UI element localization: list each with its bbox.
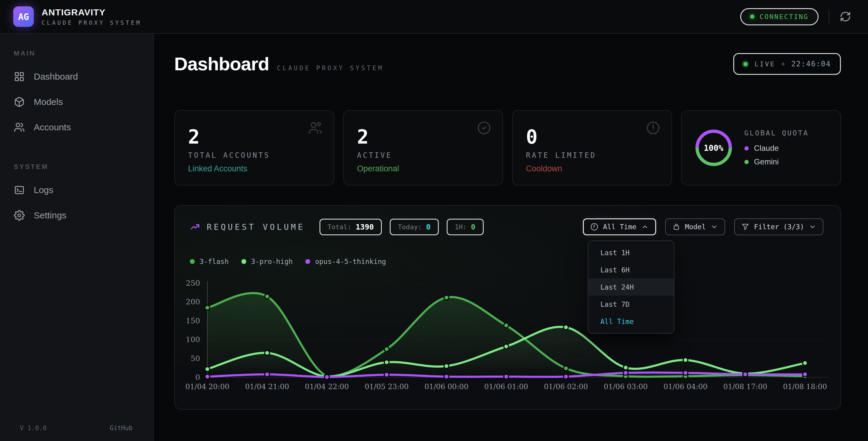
svg-text:150: 150 <box>186 317 200 325</box>
stat-value: 2 <box>188 126 320 148</box>
svg-text:01/04 20:00: 01/04 20:00 <box>185 382 229 391</box>
sidebar-item-logs[interactable]: Logs <box>14 179 147 201</box>
main-content: Dashboard CLAUDE PROXY SYSTEM LIVE 22:46… <box>154 34 868 441</box>
stat-value: 0 <box>526 126 658 148</box>
alert-circle-icon <box>646 121 660 135</box>
time-range-button[interactable]: All Time <box>583 218 656 235</box>
live-dot-icon <box>743 62 748 66</box>
model-filter-button[interactable]: Model <box>665 218 725 235</box>
app-name: ANTIGRAVITY <box>41 7 141 18</box>
users-icon <box>14 122 25 133</box>
page-title: Dashboard <box>174 53 269 75</box>
users-icon <box>308 121 322 135</box>
sidebar-section-system-label: SYSTEM <box>14 163 153 171</box>
topbar: AG ANTIGRAVITY CLAUDE PROXY SYSTEM CONNE… <box>0 0 868 34</box>
volume-chart: 05010015020025001/04 20:0001/04 21:0001/… <box>181 276 832 396</box>
svg-text:01/05 23:00: 01/05 23:00 <box>365 382 409 391</box>
status-dot-icon <box>750 14 754 19</box>
claude-dot-icon <box>744 146 749 150</box>
svg-text:01/06 01:00: 01/06 01:00 <box>484 382 528 391</box>
connection-status-badge[interactable]: CONNECTING <box>740 8 818 25</box>
cube-icon <box>14 96 25 108</box>
svg-text:01/06 00:00: 01/06 00:00 <box>424 382 468 391</box>
stat-label: RATE LIMITED <box>526 151 596 159</box>
svg-text:01/04 22:00: 01/04 22:00 <box>305 382 349 391</box>
sidebar-item-accounts[interactable]: Accounts <box>14 116 147 138</box>
svg-text:50: 50 <box>190 354 200 363</box>
panel-title: REQUEST VOLUME <box>207 222 305 232</box>
time-range-dropdown: Last 1H Last 6H Last 24H Last 7D All Tim… <box>588 240 675 333</box>
legend-item[interactable]: 3-flash <box>190 258 229 265</box>
svg-text:01/06 03:00: 01/06 03:00 <box>604 382 648 391</box>
sidebar-item-label: Logs <box>34 185 53 195</box>
refresh-button[interactable] <box>840 11 851 22</box>
stat-card-total-accounts: 2 TOTAL ACCOUNTS Linked Accounts <box>174 110 334 185</box>
clock-value: 22:46:04 <box>791 60 831 68</box>
brand: AG ANTIGRAVITY CLAUDE PROXY SYSTEM <box>0 6 141 27</box>
stat-value: 2 <box>357 126 490 148</box>
stat-sub-label: Operational <box>357 164 399 173</box>
svg-text:01/08 17:00: 01/08 17:00 <box>723 382 767 391</box>
check-circle-icon <box>477 121 491 135</box>
panel-header: REQUEST VOLUME Total: 1390 Today: 0 1H: … <box>175 206 840 235</box>
stat-sub-label: Linked Accounts <box>188 164 247 173</box>
app-subtitle: CLAUDE PROXY SYSTEM <box>41 19 141 26</box>
legend-dot-icon <box>190 259 195 264</box>
chevron-up-icon <box>641 223 649 231</box>
page-subtitle: CLAUDE PROXY SYSTEM <box>277 64 384 72</box>
volume-badges: Total: 1390 Today: 0 1H: 0 <box>319 219 484 235</box>
svg-text:0: 0 <box>195 373 200 382</box>
dropdown-item-all-time[interactable]: All Time <box>588 313 674 330</box>
legend-dot-icon <box>305 259 310 264</box>
app-logo: AG <box>13 6 34 27</box>
dropdown-item-last-24h[interactable]: Last 24H <box>588 278 674 296</box>
sidebar-item-label: Models <box>34 97 63 107</box>
sidebar-section-main-label: MAIN <box>14 50 153 57</box>
page-header: Dashboard CLAUDE PROXY SYSTEM LIVE 22:46… <box>174 53 841 83</box>
svg-text:100: 100 <box>186 335 200 344</box>
stats-row: 2 TOTAL ACCOUNTS Linked Accounts 2 ACTIV… <box>174 110 841 185</box>
package-icon <box>673 223 680 231</box>
quota-percent: 100% <box>695 129 733 167</box>
grid-icon <box>14 71 25 82</box>
sidebar-item-models[interactable]: Models <box>14 91 147 113</box>
topbar-divider <box>829 10 830 24</box>
legend-dot-icon <box>241 259 246 264</box>
chevron-down-icon <box>809 223 816 231</box>
connection-status-label: CONNECTING <box>760 13 809 21</box>
clock-icon <box>590 223 598 231</box>
funnel-icon <box>741 223 749 231</box>
sidebar-item-settings[interactable]: Settings <box>14 205 147 226</box>
svg-text:01/08 18:00: 01/08 18:00 <box>783 382 827 391</box>
brand-text: ANTIGRAVITY CLAUDE PROXY SYSTEM <box>41 7 141 26</box>
quota-ring: 100% <box>695 129 733 167</box>
dropdown-item-last-1h[interactable]: Last 1H <box>588 244 674 261</box>
quota-legend-gemini: Gemini <box>744 157 809 167</box>
terminal-icon <box>14 185 25 196</box>
trending-up-icon <box>190 222 200 232</box>
filter-button[interactable]: Filter (3/3) <box>734 218 824 235</box>
legend-item[interactable]: opus-4-5-thinking <box>305 258 386 265</box>
live-badge: LIVE 22:46:04 <box>733 53 841 75</box>
sidebar-item-label: Dashboard <box>34 71 78 82</box>
gear-icon <box>14 210 25 221</box>
github-link[interactable]: GitHub <box>110 424 133 432</box>
legend-series-name: opus-4-5-thinking <box>315 258 386 265</box>
dropdown-item-last-7d[interactable]: Last 7D <box>588 296 674 313</box>
sidebar-item-dashboard[interactable]: Dashboard <box>14 66 147 87</box>
quota-legend-claude: Claude <box>744 144 809 153</box>
live-label: LIVE <box>754 60 775 68</box>
sidebar-item-label: Settings <box>34 210 66 220</box>
svg-text:200: 200 <box>186 297 200 306</box>
global-quota-card: 100% GLOBAL QUOTA Claude Gemini <box>681 110 841 185</box>
chevron-down-icon <box>711 223 718 231</box>
svg-text:01/04 21:00: 01/04 21:00 <box>245 382 289 391</box>
stat-label: ACTIVE <box>357 151 393 159</box>
request-volume-panel: REQUEST VOLUME Total: 1390 Today: 0 1H: … <box>174 205 841 410</box>
stat-sub-label: Cooldown <box>526 164 562 173</box>
separator-dot-icon <box>782 63 784 65</box>
chart-legend: 3-flash3-pro-highopus-4-5-thinking <box>190 258 386 265</box>
legend-item[interactable]: 3-pro-high <box>241 258 293 265</box>
dropdown-item-last-6h[interactable]: Last 6H <box>588 261 674 278</box>
today-badge: Today: 0 <box>390 219 439 235</box>
